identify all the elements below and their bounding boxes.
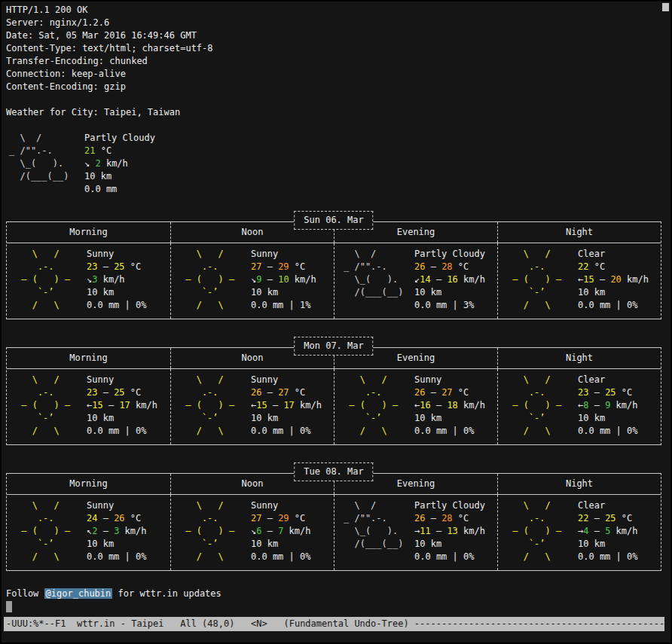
art-wrap: \ / .-. – ( ) – `-’ / \ bbox=[339, 374, 414, 438]
wind-high: 17 bbox=[283, 400, 294, 411]
temp-low: 22 bbox=[578, 513, 588, 523]
wind-low: 14 bbox=[420, 274, 430, 285]
temp-unit: °C bbox=[95, 145, 111, 156]
temp-sep: – bbox=[261, 513, 278, 523]
wind-text: →4 – 5 km/h bbox=[578, 525, 659, 538]
forecast-day: Sun 06. Mar Morning Noon Evening Night \… bbox=[6, 221, 661, 319]
forecast-info: Clear 22 – 25 °C →4 – 5 km/h 10 km 0.0 m… bbox=[578, 499, 659, 563]
forecast-info: Clear 22 °C ←15 – 20 km/h 10 km 0.0 mm |… bbox=[578, 248, 659, 312]
art-wrap: \ / .-. – ( ) – `-’ / \ bbox=[11, 499, 87, 563]
modeline-dashes: ----------------------------------------… bbox=[414, 618, 664, 629]
forecast-cell-evening: \ / .-. – ( ) – `-’ / \ Sunny 26 – 27 °C… bbox=[334, 369, 497, 444]
temp-high: 29 bbox=[278, 513, 289, 523]
forecast-table: Morning Noon Evening Night \ / .-. – ( )… bbox=[6, 221, 661, 319]
forecast-day: Tue 08. Mar Morning Noon Evening Night \… bbox=[6, 473, 661, 571]
forecast-cell-night: \ / .-. – ( ) – `-’ / \ Clear 22 – 25 °C… bbox=[497, 495, 661, 570]
precipitation-text: 0.0 mm | 0% bbox=[414, 551, 496, 563]
wind-sep: – bbox=[431, 400, 447, 411]
temp-high: 25 bbox=[114, 261, 124, 272]
temp-unit: °C bbox=[453, 261, 469, 272]
temperature-text: 26 – 27 °C bbox=[251, 386, 332, 399]
partly-cloudy-art-icon: \ / _ /"".-. \_( ). /(___(__) bbox=[6, 132, 84, 183]
current-precipitation: 0.0 mm bbox=[84, 183, 661, 196]
temp-unit: °C bbox=[588, 261, 605, 272]
temp-high: 27 bbox=[278, 387, 289, 398]
precipitation-text: 0.0 mm | 0% bbox=[251, 551, 332, 563]
sun-art-icon: \ / .-. – ( ) – `-’ / \ bbox=[180, 499, 251, 563]
wind-unit: km/h bbox=[610, 526, 637, 536]
condition-text: Clear bbox=[578, 248, 659, 261]
forecast-cell-morning: \ / .-. – ( ) – `-’ / \ Sunny 23 – 25 °C… bbox=[7, 243, 170, 319]
forecast-cell-morning: \ / .-. – ( ) – `-’ / \ Sunny 24 – 26 °C… bbox=[7, 495, 170, 570]
forecast-info: Sunny 24 – 26 °C ↖2 – 3 km/h 10 km 0.0 m… bbox=[87, 499, 169, 563]
forecast-info: Clear 23 – 25 °C ←8 – 9 km/h 10 km 0.0 m… bbox=[578, 374, 659, 438]
sun-art-icon: \ / .-. – ( ) – `-’ / \ bbox=[16, 499, 87, 563]
condition-text: Sunny bbox=[87, 374, 169, 386]
forecast-cell-morning: \ / .-. – ( ) – `-’ / \ Sunny 23 – 25 °C… bbox=[7, 369, 170, 444]
sun-art-icon: \ / .-. – ( ) – `-’ / \ bbox=[507, 499, 578, 563]
wind-sep: – bbox=[261, 274, 278, 285]
wind-high: 10 bbox=[278, 274, 289, 285]
temp-low: 23 bbox=[87, 261, 97, 272]
condition-text: Sunny bbox=[414, 374, 496, 386]
art-wrap: \ / .-. – ( ) – `-’ / \ bbox=[11, 374, 87, 438]
wind-sep: – bbox=[588, 526, 605, 536]
temperature-text: 27 – 29 °C bbox=[251, 261, 332, 273]
sun-art-icon: \ / .-. – ( ) – `-’ / \ bbox=[16, 248, 87, 312]
wind-text: ↖2 – 3 km/h bbox=[87, 525, 169, 538]
sun-art-icon: \ / .-. – ( ) – `-’ / \ bbox=[180, 248, 251, 312]
column-header-morning: Morning bbox=[7, 474, 170, 494]
blank-line bbox=[6, 93, 661, 106]
precipitation-text: 0.0 mm | 0% bbox=[87, 299, 169, 312]
art-wrap: \ / _ /"".-. \_( ). /(___(__) bbox=[339, 499, 414, 551]
art-wrap: \ / .-. – ( ) – `-’ / \ bbox=[502, 374, 578, 438]
wind-arrow-icon: ↘ bbox=[84, 158, 95, 169]
temp-high: 29 bbox=[278, 261, 289, 272]
wind-sep: – bbox=[588, 400, 605, 411]
wind-sep: – bbox=[431, 274, 447, 285]
forecast-day: Mon 07. Mar Morning Noon Evening Night \… bbox=[6, 347, 661, 445]
condition-text: Sunny bbox=[251, 499, 332, 512]
current-visibility: 10 km bbox=[84, 170, 661, 183]
wind-sep: – bbox=[594, 274, 611, 285]
wind-sep: – bbox=[103, 400, 120, 411]
wind-text: ↙14 – 16 km/h bbox=[414, 273, 496, 286]
temp-sep: – bbox=[425, 261, 441, 272]
date-label: Mon 07. Mar bbox=[304, 340, 363, 351]
wind-low: 15 bbox=[92, 400, 102, 411]
temp-low: 23 bbox=[87, 387, 97, 398]
temp-unit: °C bbox=[289, 261, 306, 272]
emacs-frame: HTTP/1.1 200 OK Server: nginx/1.2.6 Date… bbox=[0, 0, 672, 644]
temp-sep: – bbox=[425, 513, 441, 523]
http-status-line: HTTP/1.1 200 OK bbox=[6, 4, 661, 17]
buffer-text-area[interactable]: HTTP/1.1 200 OK Server: nginx/1.2.6 Date… bbox=[6, 4, 661, 617]
emacs-modeline[interactable]: -UUU:%*--F1 wttr.in - Taipei All (48,0) … bbox=[4, 617, 664, 631]
twitter-handle-link[interactable]: @igor_chubin bbox=[44, 588, 113, 599]
forecast-table: Morning Noon Evening Night \ / .-. – ( )… bbox=[6, 347, 661, 445]
scrollbar-thumb[interactable] bbox=[662, 3, 669, 11]
wind-text: ←16 – 18 km/h bbox=[414, 399, 496, 412]
column-header-night: Night bbox=[497, 222, 661, 243]
temp-low: 22 bbox=[578, 261, 588, 272]
temperature-text: 26 – 27 °C bbox=[414, 386, 496, 399]
art-wrap: \ / .-. – ( ) – `-’ / \ bbox=[502, 499, 578, 563]
wind-low: 16 bbox=[420, 400, 430, 411]
wind-text: ←15 – 17 km/h bbox=[87, 399, 169, 412]
precipitation-text: 0.0 mm | 1% bbox=[251, 299, 332, 312]
current-conditions: \ / _ /"".-. \_( ). /(___(__) Partly Clo… bbox=[6, 132, 661, 196]
wind-text: ←8 – 9 km/h bbox=[578, 399, 659, 412]
temp-sep: – bbox=[588, 387, 605, 398]
art-wrap: \ / .-. – ( ) – `-’ / \ bbox=[176, 374, 251, 438]
art-wrap: \ / .-. – ( ) – `-’ / \ bbox=[11, 248, 87, 312]
temp-unit: °C bbox=[453, 513, 469, 523]
http-header-line: Date: Sat, 05 Mar 2016 16:49:46 GMT bbox=[6, 29, 661, 42]
date-box: Tue 08. Mar bbox=[294, 462, 373, 481]
date-label: Sun 06. Mar bbox=[304, 215, 363, 225]
wind-value: 2 bbox=[95, 158, 100, 169]
wind-text: ↘9 – 10 km/h bbox=[251, 273, 332, 286]
forecast-info: Sunny 26 – 27 °C ←16 – 18 km/h 10 km 0.0… bbox=[414, 374, 496, 438]
temp-unit: °C bbox=[616, 513, 633, 523]
temp-value: 21 bbox=[84, 145, 95, 156]
temp-low: 27 bbox=[251, 261, 261, 272]
wind-sep: – bbox=[97, 526, 114, 536]
